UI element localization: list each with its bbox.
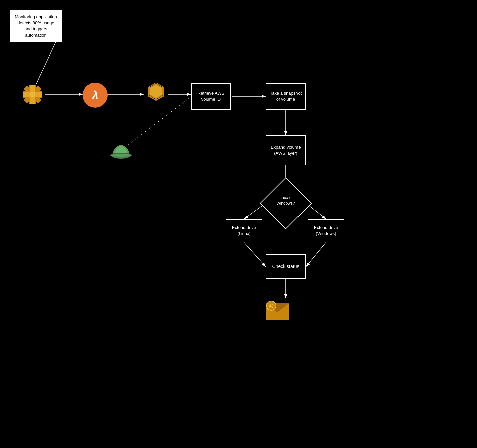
take-snapshot-box: Take a snapshot of volume [266, 83, 306, 110]
check-status-box: Check status [266, 254, 306, 279]
sns-icon [144, 81, 169, 106]
extend-linux-text: Extend drive (Linux) [229, 225, 259, 237]
take-snapshot-text: Take a snapshot of volume [269, 90, 303, 102]
svg-text:@: @ [269, 303, 274, 308]
lambda-icon: λ [83, 83, 108, 108]
extend-linux-box: Extend drive (Linux) [226, 219, 262, 242]
decision-diamond-container: Linux or Windows? [266, 183, 306, 223]
monitor-box: Monitoring application detects 80% usage… [10, 10, 62, 42]
expand-volume-box: Expand volume (AWS layer) [266, 135, 306, 165]
check-status-text: Check status [272, 263, 300, 270]
monitor-box-text: Monitoring application detects 80% usage… [15, 14, 57, 38]
expand-volume-text: Expand volume (AWS layer) [269, 144, 303, 156]
extend-windows-box: Extend drive (Windows) [308, 219, 344, 242]
diagram-container: Monitoring application detects 80% usage… [0, 0, 477, 448]
svg-point-28 [111, 154, 131, 157]
svg-line-10 [306, 242, 326, 267]
svg-rect-21 [23, 92, 42, 97]
retrieve-volume-id-box: Retrieve AWS volume ID [191, 83, 231, 110]
stepfunctions-icon [20, 82, 45, 107]
email-icon: @ [264, 298, 291, 322]
retrieve-volume-id-text: Retrieve AWS volume ID [194, 90, 228, 102]
hardhat-icon [109, 139, 134, 164]
svg-line-9 [244, 242, 266, 267]
extend-windows-text: Extend drive (Windows) [311, 225, 341, 237]
decision-text: Linux or Windows? [269, 195, 303, 206]
